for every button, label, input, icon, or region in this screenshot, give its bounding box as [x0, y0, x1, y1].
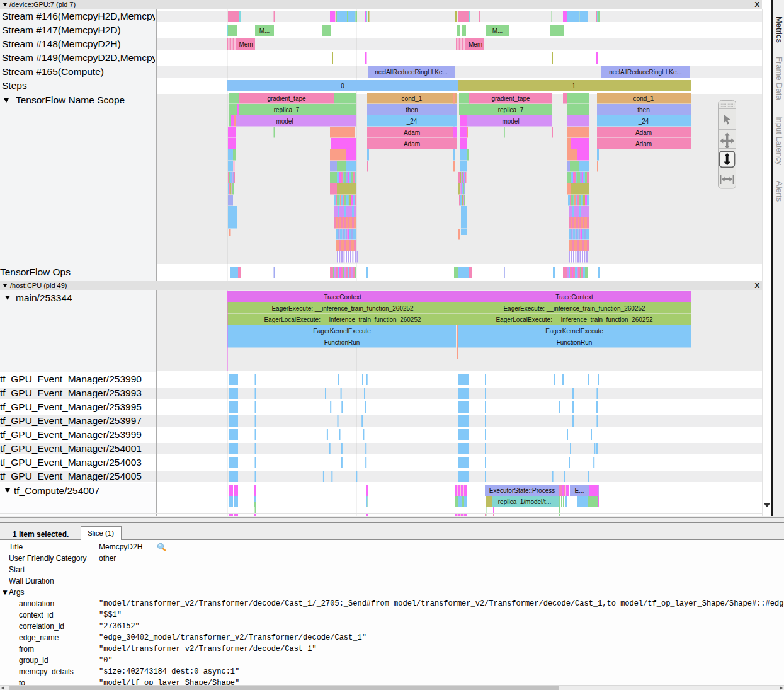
- svg-text:model: model: [502, 118, 519, 125]
- svg-text:Adam: Adam: [635, 141, 652, 147]
- svg-text:TraceContext: TraceContext: [324, 294, 361, 301]
- svg-text:E...: E...: [574, 487, 584, 494]
- svg-text:FunctionRun: FunctionRun: [557, 339, 593, 346]
- svg-text:model: model: [276, 118, 293, 125]
- svg-text:EagerLocalExecute: __inference: EagerLocalExecute: __inference_train_fun…: [496, 316, 653, 323]
- svg-text:M...: M...: [492, 27, 503, 34]
- svg-text:Mem: Mem: [239, 41, 253, 48]
- svg-text:cond_1: cond_1: [633, 95, 654, 102]
- svg-text:replica_7: replica_7: [498, 106, 524, 113]
- svg-text:ncclAllReduceRingLLKe...: ncclAllReduceRingLLKe...: [375, 69, 448, 76]
- svg-text:M...: M...: [259, 27, 270, 34]
- svg-text:EagerExecute: __inference_trai: EagerExecute: __inference_train_function…: [503, 305, 645, 312]
- svg-text:_24: _24: [638, 118, 649, 125]
- svg-text:FunctionRun: FunctionRun: [324, 339, 360, 346]
- svg-text:ncclAllReduceRingLLKe...: ncclAllReduceRingLLKe...: [609, 69, 682, 76]
- svg-text:Adam: Adam: [404, 141, 420, 147]
- svg-text:EagerLocalExecute: __inference: EagerLocalExecute: __inference_train_fun…: [264, 316, 421, 323]
- svg-text:then: then: [406, 106, 418, 113]
- svg-text:0: 0: [341, 83, 344, 89]
- svg-text:cond_1: cond_1: [402, 95, 423, 102]
- svg-text:EagerExecute: __inference_trai: EagerExecute: __inference_train_function…: [271, 305, 414, 312]
- svg-text:ExecutorState::Process: ExecutorState::Process: [489, 487, 555, 494]
- svg-text:gradient_tape: gradient_tape: [491, 95, 530, 102]
- svg-text:TraceContext: TraceContext: [555, 294, 593, 301]
- svg-text:EagerKernelExecute: EagerKernelExecute: [545, 328, 603, 335]
- svg-text:Mem: Mem: [469, 41, 482, 48]
- svg-text:Adam: Adam: [404, 129, 420, 136]
- svg-text:EagerKernelExecute: EagerKernelExecute: [313, 328, 371, 335]
- svg-text:_24: _24: [406, 118, 418, 125]
- svg-text:then: then: [637, 106, 649, 113]
- svg-text:Adam: Adam: [635, 129, 652, 136]
- svg-text:1: 1: [572, 83, 576, 89]
- svg-text:replica_1/model/t...: replica_1/model/t...: [498, 498, 552, 505]
- svg-text:replica_7: replica_7: [274, 106, 300, 113]
- svg-text:gradient_tape: gradient_tape: [267, 95, 306, 102]
